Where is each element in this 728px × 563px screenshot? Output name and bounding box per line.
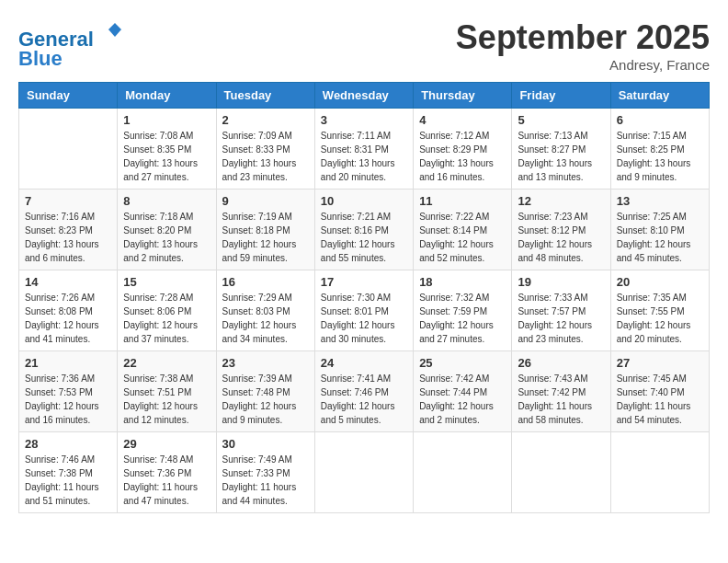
day-info: Sunrise: 7:08 AM Sunset: 8:35 PM Dayligh… xyxy=(123,129,210,184)
day-info: Sunrise: 7:38 AM Sunset: 7:51 PM Dayligh… xyxy=(123,372,210,427)
day-number: 26 xyxy=(518,356,604,370)
day-info: Sunrise: 7:25 AM Sunset: 8:10 PM Dayligh… xyxy=(617,210,703,265)
calendar-table: SundayMondayTuesdayWednesdayThursdayFrid… xyxy=(18,82,710,513)
day-info: Sunrise: 7:39 AM Sunset: 7:48 PM Dayligh… xyxy=(222,372,309,427)
day-info: Sunrise: 7:29 AM Sunset: 8:03 PM Dayligh… xyxy=(222,291,309,346)
day-info: Sunrise: 7:15 AM Sunset: 8:25 PM Dayligh… xyxy=(617,129,703,184)
day-number: 17 xyxy=(321,275,407,289)
calendar-cell: 17Sunrise: 7:30 AM Sunset: 8:01 PM Dayli… xyxy=(314,270,413,351)
day-info: Sunrise: 7:28 AM Sunset: 8:06 PM Dayligh… xyxy=(123,291,210,346)
day-number: 29 xyxy=(123,437,210,451)
day-info: Sunrise: 7:13 AM Sunset: 8:27 PM Dayligh… xyxy=(518,129,604,184)
calendar-week-4: 21Sunrise: 7:36 AM Sunset: 7:53 PM Dayli… xyxy=(19,351,710,432)
logo-text: General xyxy=(18,18,129,51)
weekday-header-wednesday: Wednesday xyxy=(314,83,413,109)
day-number: 25 xyxy=(419,356,506,370)
calendar-cell: 21Sunrise: 7:36 AM Sunset: 7:53 PM Dayli… xyxy=(19,351,118,432)
calendar-cell: 15Sunrise: 7:28 AM Sunset: 8:06 PM Dayli… xyxy=(118,270,216,351)
calendar-cell: 23Sunrise: 7:39 AM Sunset: 7:48 PM Dayli… xyxy=(216,351,314,432)
day-number: 6 xyxy=(617,113,703,127)
calendar-cell: 9Sunrise: 7:19 AM Sunset: 8:18 PM Daylig… xyxy=(216,190,314,270)
day-number: 4 xyxy=(419,113,506,127)
day-info: Sunrise: 7:12 AM Sunset: 8:29 PM Dayligh… xyxy=(419,129,506,184)
day-number: 16 xyxy=(222,275,309,289)
calendar-cell xyxy=(610,432,709,513)
day-info: Sunrise: 7:30 AM Sunset: 8:01 PM Dayligh… xyxy=(321,291,407,346)
weekday-header-sunday: Sunday xyxy=(19,83,118,109)
day-info: Sunrise: 7:11 AM Sunset: 8:31 PM Dayligh… xyxy=(321,129,407,184)
calendar-cell: 1Sunrise: 7:08 AM Sunset: 8:35 PM Daylig… xyxy=(118,109,216,190)
calendar-cell: 4Sunrise: 7:12 AM Sunset: 8:29 PM Daylig… xyxy=(414,109,512,190)
calendar-cell: 18Sunrise: 7:32 AM Sunset: 7:59 PM Dayli… xyxy=(414,270,512,351)
day-info: Sunrise: 7:45 AM Sunset: 7:40 PM Dayligh… xyxy=(617,372,703,427)
day-number: 8 xyxy=(123,194,210,208)
day-info: Sunrise: 7:46 AM Sunset: 7:38 PM Dayligh… xyxy=(25,453,111,508)
day-info: Sunrise: 7:42 AM Sunset: 7:44 PM Dayligh… xyxy=(419,372,506,427)
day-info: Sunrise: 7:49 AM Sunset: 7:33 PM Dayligh… xyxy=(222,453,309,508)
logo-bird-icon xyxy=(101,18,129,46)
day-info: Sunrise: 7:23 AM Sunset: 8:12 PM Dayligh… xyxy=(518,210,604,265)
calendar-cell: 26Sunrise: 7:43 AM Sunset: 7:42 PM Dayli… xyxy=(512,351,610,432)
day-number: 27 xyxy=(617,356,703,370)
calendar-cell xyxy=(512,432,610,513)
day-number: 2 xyxy=(222,113,309,127)
page-header: General Blue September 2025 Andresy, Fra… xyxy=(18,18,710,73)
day-number: 15 xyxy=(123,275,210,289)
calendar-cell: 25Sunrise: 7:42 AM Sunset: 7:44 PM Dayli… xyxy=(414,351,512,432)
calendar-cell: 29Sunrise: 7:48 AM Sunset: 7:36 PM Dayli… xyxy=(118,432,216,513)
calendar-cell: 24Sunrise: 7:41 AM Sunset: 7:46 PM Dayli… xyxy=(314,351,413,432)
calendar-cell: 30Sunrise: 7:49 AM Sunset: 7:33 PM Dayli… xyxy=(216,432,314,513)
calendar-cell: 10Sunrise: 7:21 AM Sunset: 8:16 PM Dayli… xyxy=(314,190,413,270)
svg-marker-0 xyxy=(103,23,127,37)
calendar-cell xyxy=(19,109,118,190)
calendar-week-2: 7Sunrise: 7:16 AM Sunset: 8:23 PM Daylig… xyxy=(19,190,710,270)
calendar-cell: 16Sunrise: 7:29 AM Sunset: 8:03 PM Dayli… xyxy=(216,270,314,351)
title-block: September 2025 Andresy, France xyxy=(456,18,710,73)
calendar-cell: 11Sunrise: 7:22 AM Sunset: 8:14 PM Dayli… xyxy=(414,190,512,270)
day-number: 28 xyxy=(25,437,111,451)
calendar-cell xyxy=(314,432,413,513)
day-number: 7 xyxy=(25,194,111,208)
day-number: 23 xyxy=(222,356,309,370)
day-number: 3 xyxy=(321,113,407,127)
calendar-cell: 13Sunrise: 7:25 AM Sunset: 8:10 PM Dayli… xyxy=(610,190,709,270)
day-info: Sunrise: 7:21 AM Sunset: 8:16 PM Dayligh… xyxy=(321,210,407,265)
day-number: 24 xyxy=(321,356,407,370)
day-info: Sunrise: 7:48 AM Sunset: 7:36 PM Dayligh… xyxy=(123,453,210,508)
day-info: Sunrise: 7:09 AM Sunset: 8:33 PM Dayligh… xyxy=(222,129,309,184)
day-info: Sunrise: 7:26 AM Sunset: 8:08 PM Dayligh… xyxy=(25,291,111,346)
day-number: 5 xyxy=(518,113,604,127)
day-number: 18 xyxy=(419,275,506,289)
calendar-week-3: 14Sunrise: 7:26 AM Sunset: 8:08 PM Dayli… xyxy=(19,270,710,351)
calendar-cell: 19Sunrise: 7:33 AM Sunset: 7:57 PM Dayli… xyxy=(512,270,610,351)
day-info: Sunrise: 7:35 AM Sunset: 7:55 PM Dayligh… xyxy=(617,291,703,346)
day-info: Sunrise: 7:19 AM Sunset: 8:18 PM Dayligh… xyxy=(222,210,309,265)
weekday-header-friday: Friday xyxy=(512,83,610,109)
weekday-header-thursday: Thursday xyxy=(414,83,512,109)
day-info: Sunrise: 7:16 AM Sunset: 8:23 PM Dayligh… xyxy=(25,210,111,265)
calendar-cell: 14Sunrise: 7:26 AM Sunset: 8:08 PM Dayli… xyxy=(19,270,118,351)
weekday-header-tuesday: Tuesday xyxy=(216,83,314,109)
day-number: 22 xyxy=(123,356,210,370)
calendar-cell: 8Sunrise: 7:18 AM Sunset: 8:20 PM Daylig… xyxy=(118,190,216,270)
day-number: 9 xyxy=(222,194,309,208)
calendar-cell: 20Sunrise: 7:35 AM Sunset: 7:55 PM Dayli… xyxy=(610,270,709,351)
weekday-header-monday: Monday xyxy=(118,83,216,109)
day-number: 14 xyxy=(25,275,111,289)
day-number: 30 xyxy=(222,437,309,451)
calendar-cell xyxy=(414,432,512,513)
day-info: Sunrise: 7:18 AM Sunset: 8:20 PM Dayligh… xyxy=(123,210,210,265)
calendar-header-row: SundayMondayTuesdayWednesdayThursdayFrid… xyxy=(19,83,710,109)
day-number: 21 xyxy=(25,356,111,370)
month-title: September 2025 xyxy=(456,18,710,57)
day-number: 1 xyxy=(123,113,210,127)
calendar-cell: 27Sunrise: 7:45 AM Sunset: 7:40 PM Dayli… xyxy=(610,351,709,432)
day-info: Sunrise: 7:36 AM Sunset: 7:53 PM Dayligh… xyxy=(25,372,111,427)
day-info: Sunrise: 7:43 AM Sunset: 7:42 PM Dayligh… xyxy=(518,372,604,427)
day-number: 13 xyxy=(617,194,703,208)
day-number: 19 xyxy=(518,275,604,289)
logo: General Blue xyxy=(18,18,129,71)
day-info: Sunrise: 7:22 AM Sunset: 8:14 PM Dayligh… xyxy=(419,210,506,265)
calendar-cell: 28Sunrise: 7:46 AM Sunset: 7:38 PM Dayli… xyxy=(19,432,118,513)
day-info: Sunrise: 7:32 AM Sunset: 7:59 PM Dayligh… xyxy=(419,291,506,346)
